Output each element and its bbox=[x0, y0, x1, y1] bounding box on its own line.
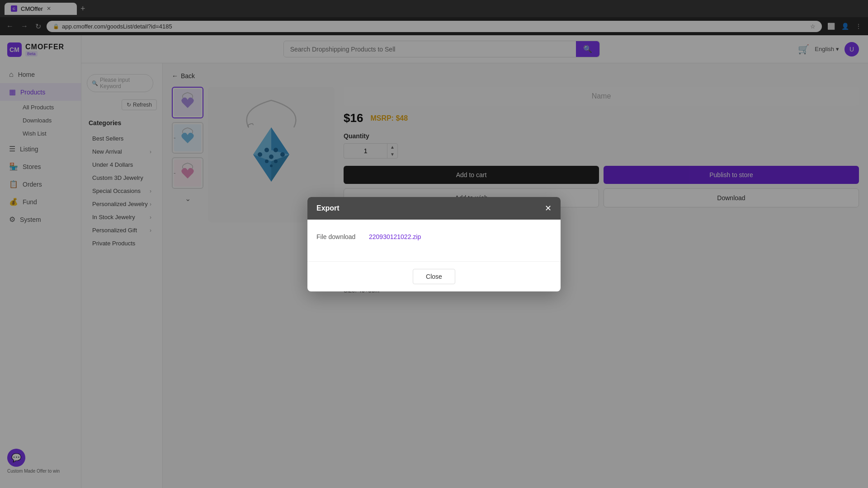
dialog-title: Export bbox=[316, 204, 340, 212]
dialog-overlay: Export ✕ File download 220930121022.zip … bbox=[0, 0, 868, 488]
dialog-close-button-footer[interactable]: Close bbox=[413, 269, 455, 284]
export-dialog: Export ✕ File download 220930121022.zip … bbox=[307, 197, 561, 291]
dialog-footer: Close bbox=[307, 261, 561, 291]
dialog-body: File download 220930121022.zip bbox=[307, 220, 561, 261]
dialog-close-button[interactable]: ✕ bbox=[545, 203, 552, 213]
file-download-label: File download bbox=[316, 233, 362, 240]
dialog-header: Export ✕ bbox=[307, 197, 561, 220]
file-download-row: File download 220930121022.zip bbox=[316, 233, 552, 240]
file-download-link[interactable]: 220930121022.zip bbox=[369, 233, 421, 240]
